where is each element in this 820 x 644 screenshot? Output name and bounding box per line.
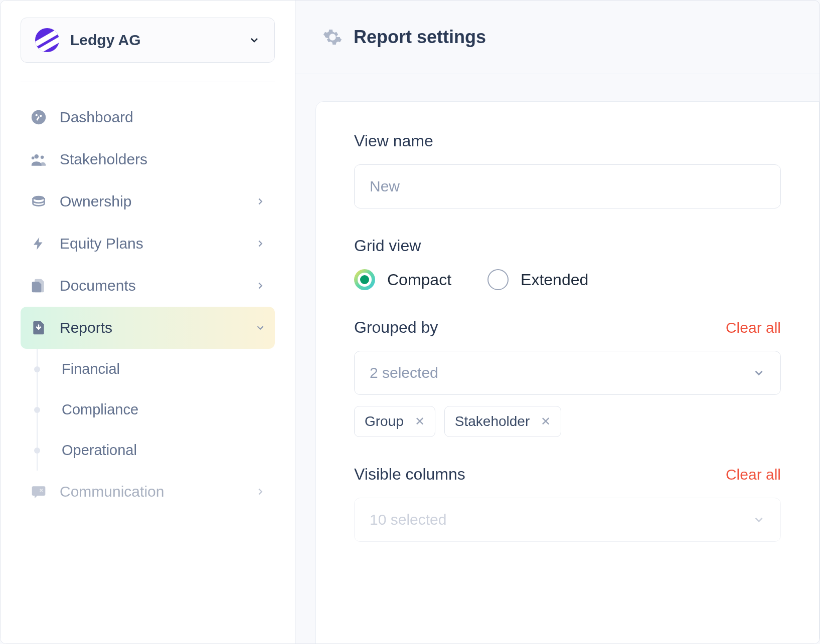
sidebar-item-label: Ownership bbox=[60, 193, 243, 210]
page-header: Report settings bbox=[295, 1, 819, 74]
sidebar-item-label: Dashboard bbox=[60, 109, 266, 126]
chip-label: Group bbox=[365, 413, 404, 430]
chevron-right-icon bbox=[255, 238, 266, 249]
sidebar-subitem-compliance[interactable]: Compliance bbox=[38, 389, 275, 430]
coins-icon bbox=[30, 192, 48, 210]
grouped-by-clear-link[interactable]: Clear all bbox=[726, 319, 781, 336]
view-name-label: View name bbox=[354, 132, 781, 150]
company-logo-icon bbox=[35, 28, 59, 52]
sidebar-item-documents[interactable]: Documents bbox=[21, 265, 275, 307]
grouped-by-select[interactable]: 2 selected bbox=[354, 351, 781, 395]
visible-columns-section: Visible columns Clear all 10 selected bbox=[354, 465, 781, 542]
grid-view-section: Grid view Compact Extended bbox=[354, 237, 781, 290]
view-name-input[interactable] bbox=[354, 164, 781, 208]
chevron-right-icon bbox=[255, 196, 266, 207]
chevron-down-icon bbox=[255, 322, 266, 333]
bolt-icon bbox=[30, 235, 48, 253]
sidebar-item-label: Equity Plans bbox=[60, 235, 243, 252]
main-content: Report settings View name Grid view Comp… bbox=[295, 1, 819, 643]
grouped-by-chips: Group ✕ Stakeholder ✕ bbox=[354, 406, 781, 437]
grouped-by-section: Grouped by Clear all 2 selected Group ✕ bbox=[354, 318, 781, 437]
chevron-down-icon bbox=[248, 34, 260, 46]
grouped-by-label: Grouped by bbox=[354, 318, 438, 337]
reports-subnav: Financial Compliance Operational bbox=[37, 349, 275, 471]
select-summary: 2 selected bbox=[370, 364, 438, 381]
dashboard-icon bbox=[30, 108, 48, 126]
chevron-down-icon bbox=[752, 366, 765, 379]
sidebar-divider bbox=[21, 82, 275, 82]
visible-columns-clear-link[interactable]: Clear all bbox=[726, 466, 781, 483]
sidebar-item-label: Communication bbox=[60, 483, 243, 500]
sidebar-subitem-label: Operational bbox=[62, 442, 137, 458]
sidebar-item-dashboard[interactable]: Dashboard bbox=[21, 96, 275, 138]
svg-point-4 bbox=[35, 154, 39, 159]
company-name: Ledgy AG bbox=[70, 32, 237, 49]
chat-icon bbox=[30, 483, 48, 501]
sidebar-item-stakeholders[interactable]: Stakeholders bbox=[21, 138, 275, 180]
sidebar-subitem-operational[interactable]: Operational bbox=[38, 430, 275, 471]
sidebar: Ledgy AG Dashboard Stakeholders Ownershi… bbox=[1, 1, 295, 643]
sidebar-item-reports[interactable]: Reports bbox=[21, 307, 275, 349]
chevron-down-icon bbox=[752, 513, 765, 526]
sidebar-subitem-label: Financial bbox=[62, 361, 120, 377]
gear-icon bbox=[322, 27, 343, 47]
app-frame: Ledgy AG Dashboard Stakeholders Ownershi… bbox=[0, 0, 820, 644]
visible-columns-label: Visible columns bbox=[354, 465, 465, 484]
sidebar-item-label: Stakeholders bbox=[60, 151, 266, 168]
view-name-section: View name bbox=[354, 132, 781, 208]
sidebar-item-ownership[interactable]: Ownership bbox=[21, 180, 275, 223]
chevron-right-icon bbox=[255, 486, 266, 497]
chip-stakeholder: Stakeholder ✕ bbox=[444, 406, 561, 437]
page-title: Report settings bbox=[354, 27, 486, 48]
radio-label: Extended bbox=[521, 271, 588, 289]
documents-icon bbox=[30, 277, 48, 295]
sidebar-subitem-financial[interactable]: Financial bbox=[38, 349, 275, 389]
svg-point-6 bbox=[32, 156, 35, 159]
company-selector[interactable]: Ledgy AG bbox=[21, 18, 275, 63]
radio-circle-icon bbox=[487, 269, 509, 290]
radio-label: Compact bbox=[387, 271, 451, 289]
chip-label: Stakeholder bbox=[455, 413, 530, 430]
chip-remove-icon[interactable]: ✕ bbox=[415, 414, 425, 428]
chip-remove-icon[interactable]: ✕ bbox=[541, 414, 551, 428]
chevron-right-icon bbox=[255, 280, 266, 291]
radio-extended[interactable]: Extended bbox=[487, 269, 588, 290]
grid-view-label: Grid view bbox=[354, 237, 781, 255]
report-download-icon bbox=[30, 319, 48, 337]
settings-panel: View name Grid view Compact Extended bbox=[315, 101, 819, 643]
select-summary: 10 selected bbox=[370, 511, 446, 528]
radio-circle-icon bbox=[354, 269, 375, 290]
sidebar-subitem-label: Compliance bbox=[62, 401, 138, 417]
chip-group: Group ✕ bbox=[354, 406, 435, 437]
sidebar-item-label: Reports bbox=[60, 319, 243, 336]
svg-point-7 bbox=[33, 196, 45, 200]
radio-compact[interactable]: Compact bbox=[354, 269, 451, 290]
svg-point-2 bbox=[40, 115, 42, 117]
svg-point-5 bbox=[41, 155, 44, 159]
sidebar-item-equity-plans[interactable]: Equity Plans bbox=[21, 223, 275, 265]
people-icon bbox=[30, 150, 48, 168]
visible-columns-select[interactable]: 10 selected bbox=[354, 498, 781, 542]
svg-point-1 bbox=[36, 114, 38, 116]
sidebar-item-label: Documents bbox=[60, 277, 243, 294]
sidebar-item-communication[interactable]: Communication bbox=[21, 471, 275, 513]
